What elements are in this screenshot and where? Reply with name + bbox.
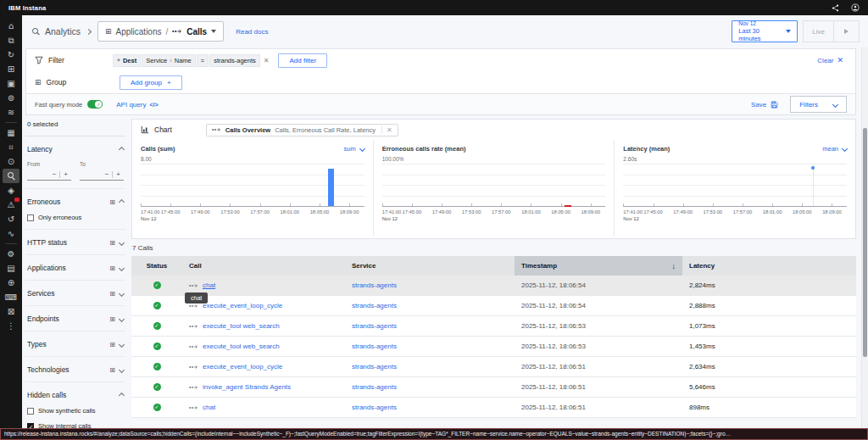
column-call[interactable]: Call [182,256,345,276]
sidebar-item-deployments[interactable]: ↻ [3,47,19,62]
show-synthetic-checkbox[interactable]: Show synthetic calls [27,407,124,415]
service-link[interactable]: strands-agents [352,343,397,350]
latency-point[interactable] [811,166,815,170]
sidebar-item-application-security[interactable]: ◈ [3,183,19,198]
sidebar-item-synthetic-monitoring[interactable]: ⊙ [3,154,19,169]
time-range-picker[interactable]: Nov 12 Last 30 minutes [732,20,798,42]
group-by-icon[interactable]: ⊞ [109,290,115,298]
table-row[interactable]: execute_event_loop_cycle strands-agents … [131,357,856,377]
api-query-link[interactable]: API query</> [116,101,158,109]
sidebar-item-documentation[interactable]: ▤ [3,261,19,276]
table-row[interactable]: execute_tool web_search strands-agents 2… [131,337,856,357]
service-link[interactable]: strands-agents [352,363,397,370]
service-link[interactable]: strands-agents [352,281,397,289]
sidebar-item-integrations[interactable]: ⌨ [3,290,19,304]
x-tick-mark [531,203,531,206]
service-link[interactable]: strands-agents [352,404,397,411]
table-row[interactable]: invoke_agent Strands Agents strands-agen… [131,377,856,398]
facet-latency-header[interactable]: Latency [27,145,124,153]
add-filter-button[interactable]: Add filter [278,53,327,68]
group-by-icon[interactable]: ⊞ [109,341,115,348]
sidebar-item-business-perspectives[interactable]: ⊚ [3,91,19,105]
facet-applications-header[interactable]: Applications ⊞ [27,264,124,272]
facet-technologies-header[interactable]: Technologies ⊞ [27,365,124,374]
sidebar-item-lock[interactable]: ⊠ [3,304,19,319]
latency-to-input[interactable]: − + [80,171,124,181]
chart-metric-chip[interactable]: Calls Overview Calls, Erroneous Call Rat… [206,124,398,136]
service-link[interactable]: strands-agents [352,383,397,391]
facet-http-status-header[interactable]: HTTP status ⊞ [27,238,124,247]
breadcrumb-analytics[interactable]: Analytics [45,26,81,36]
sidebar-item-websites[interactable]: ⌗ [3,140,19,154]
success-status-icon [153,404,161,411]
sidebar-item-more[interactable]: ⋮ [3,319,19,333]
sidebar-item-automation[interactable]: ↺ [3,212,19,226]
filter-chip[interactable]: ⌖Dest Service›Name = strands-agents ✕ [113,54,271,67]
service-link[interactable]: strands-agents [352,302,397,309]
table-row[interactable]: chat strands-agents 2025-11-12, 18:06:51… [131,398,856,418]
x-tick-mark [442,203,442,206]
sidebar-item-dashboards[interactable]: ⧉ [3,33,19,47]
sidebar-item-home[interactable]: ⌂ [3,19,19,33]
latency-from-input[interactable]: − + [27,171,71,181]
table-row[interactable]: execute_tool web_search strands-agents 2… [131,316,856,337]
increment-button[interactable]: + [113,171,124,178]
share-icon[interactable] [832,4,839,12]
group-by-icon[interactable]: ⊞ [109,265,115,272]
user-avatar-icon[interactable] [851,3,860,12]
column-latency[interactable]: Latency [682,256,856,276]
add-group-button[interactable]: Add group+ [120,75,182,90]
facet-erroneous-header[interactable]: Erroneous ⊞ [27,198,124,206]
call-link[interactable]: chat [203,404,215,411]
sidebar-item-infrastructure[interactable]: ▦ [3,125,19,140]
calls-bar[interactable] [328,169,334,206]
aggregation-dropdown[interactable]: sum [344,145,364,153]
scrollbar-thumb[interactable] [863,128,867,357]
read-docs-link[interactable]: Read docs [236,28,268,36]
clear-filters-button[interactable]: Clear✕ [817,56,847,64]
save-button[interactable]: Save [751,101,778,109]
column-timestamp[interactable]: Timestamp↓ [515,256,682,276]
fast-query-toggle[interactable]: ✓ [87,100,103,109]
group-by-icon[interactable]: ⊞ [109,198,115,206]
decrement-button[interactable]: − [49,171,61,178]
call-link[interactable]: execute_event_loop_cycle [203,363,282,370]
source-selector[interactable]: ⊞ Applications / Calls [97,21,224,42]
live-label[interactable]: Live [804,28,833,36]
call-link[interactable]: invoke_agent Strands Agents [203,383,291,391]
table-row[interactable]: chat strands-agents 2025-11-12, 18:06:54… [131,276,856,296]
sidebar-item-ai-insights[interactable]: ▣ [3,76,19,91]
facet-services-header[interactable]: Services ⊞ [27,289,124,298]
sidebar-item-invite-users[interactable]: ⊕ [3,276,19,290]
call-link[interactable]: execute_tool web_search [203,322,280,330]
play-icon[interactable] [844,29,849,34]
call-link[interactable]: execute_event_loop_cycle [203,302,282,309]
sidebar-item-service-levels[interactable]: ∿ [3,226,19,241]
service-link[interactable]: strands-agents [352,322,397,330]
group-by-icon[interactable]: ⊞ [109,366,115,374]
table-row[interactable]: execute_event_loop_cycle strands-agents … [131,296,856,316]
vertical-scrollbar[interactable] [861,47,868,428]
calls-table: Status Call Service Timestamp↓ Latency c… [131,256,856,418]
sidebar-item-analytics[interactable] [3,169,19,183]
call-link[interactable]: chat [203,281,215,289]
facet-types-header[interactable]: Types ⊞ [27,340,124,348]
increment-button[interactable]: + [60,171,71,178]
group-by-icon[interactable]: ⊞ [109,239,115,247]
filter-chip-remove-icon[interactable]: ✕ [261,56,272,65]
filters-dropdown-button[interactable]: Filters [790,96,847,113]
only-erroneous-checkbox[interactable]: Only erroneous [27,214,124,221]
sidebar-item-applications[interactable]: ⊞ [3,62,19,76]
decrement-button[interactable]: − [102,171,114,178]
sidebar-item-events[interactable]: ⚠ [3,198,19,212]
facet-hidden-calls-header[interactable]: Hidden calls [27,391,124,399]
group-by-icon[interactable]: ⊞ [109,315,115,323]
column-status[interactable]: Status [131,256,182,276]
call-link[interactable]: execute_tool web_search [203,343,280,350]
facet-endpoints-header[interactable]: Endpoints ⊞ [27,315,124,323]
column-service[interactable]: Service [345,256,515,276]
sidebar-item-settings[interactable]: ⚙ [3,247,19,261]
chart-chip-remove-icon[interactable]: ✕ [381,126,392,134]
sidebar-item-platform[interactable]: ≋ [3,105,19,120]
aggregation-dropdown[interactable]: mean [822,145,847,153]
